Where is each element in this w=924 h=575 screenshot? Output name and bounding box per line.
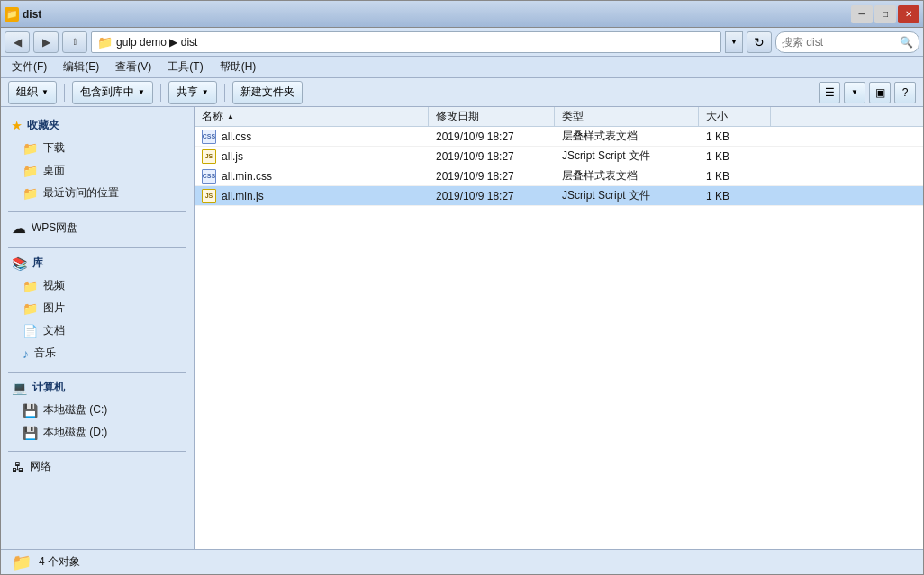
address-path[interactable]: 📁 gulp demo ▶ dist: [91, 31, 721, 53]
back-button[interactable]: ◀: [5, 31, 30, 53]
sidebar-item-drive-c[interactable]: 💾 本地磁盘 (C:): [1, 399, 194, 421]
file-size-cell: 1 KB: [699, 130, 771, 143]
wps-icon: ☁: [12, 220, 26, 237]
menu-view[interactable]: 查看(V): [108, 58, 159, 76]
view-dropdown-button[interactable]: ▼: [844, 82, 865, 103]
table-row[interactable]: CSS all.min.css 2019/10/9 18:27 层叠样式表文档 …: [195, 166, 923, 186]
view-details-button[interactable]: ☰: [819, 82, 840, 103]
folder-icon: 📄: [23, 324, 38, 338]
sidebar-divider-4: [8, 451, 186, 452]
titlebar: 📁 dist ─ □ ✕: [1, 1, 923, 28]
sidebar-section-wps: ☁ WPS网盘: [1, 216, 194, 240]
sidebar-library-header: 📚 库: [1, 252, 194, 274]
sidebar-item-label: 最近访问的位置: [43, 185, 119, 201]
share-button[interactable]: 共享 ▼: [168, 81, 217, 104]
menu-tools[interactable]: 工具(T): [160, 58, 210, 76]
file-name: all.min.css: [222, 170, 272, 183]
close-button[interactable]: ✕: [898, 5, 919, 23]
explorer-window: 📁 dist ─ □ ✕ ◀ ▶ ⇧ 📁 gulp demo ▶ dist ▼ …: [0, 0, 924, 575]
folder-icon: 📁: [23, 141, 38, 156]
music-icon: ♪: [23, 346, 29, 361]
folder-icon: 📁: [23, 279, 38, 293]
file-size-cell: 1 KB: [699, 170, 771, 183]
col-header-type[interactable]: 类型: [555, 107, 699, 126]
menubar: 文件(F) 编辑(E) 查看(V) 工具(T) 帮助(H): [1, 57, 923, 78]
file-name-cell: CSS all.css: [195, 130, 429, 144]
sidebar-item-recent[interactable]: 📁 最近访问的位置: [1, 182, 194, 204]
sidebar-item-downloads[interactable]: 📁 下载: [1, 137, 194, 159]
col-size-label: 大小: [706, 109, 728, 124]
folder-icon: 📁: [23, 301, 38, 316]
new-folder-label: 新建文件夹: [240, 85, 294, 100]
table-row[interactable]: CSS all.css 2019/10/9 18:27 层叠样式表文档 1 KB: [195, 127, 923, 147]
share-label: 共享: [177, 85, 198, 100]
sidebar-item-documents[interactable]: 📄 文档: [1, 319, 194, 342]
menu-file[interactable]: 文件(F): [5, 58, 54, 76]
file-name: all.js: [222, 150, 243, 163]
path-folder-icon: 📁: [97, 35, 113, 49]
file-date-cell: 2019/10/9 18:27: [429, 170, 555, 183]
sidebar-item-video[interactable]: 📁 视频: [1, 274, 194, 297]
forward-button[interactable]: ▶: [33, 31, 59, 53]
path-text: gulp demo ▶ dist: [116, 36, 197, 49]
status-count: 4 个对象: [39, 554, 80, 570]
sidebar-item-desktop[interactable]: 📁 桌面: [1, 159, 194, 182]
include-label: 包含到库中: [80, 85, 134, 100]
share-dropdown-arrow: ▼: [202, 88, 209, 96]
file-type-cell: 层叠样式表文档: [555, 129, 699, 144]
addressbar: ◀ ▶ ⇧ 📁 gulp demo ▶ dist ▼ ↻ 🔍: [1, 28, 923, 57]
titlebar-left: 📁 dist: [5, 7, 41, 22]
menu-edit[interactable]: 编辑(E): [56, 58, 106, 76]
organize-button[interactable]: 组织 ▼: [8, 81, 57, 104]
file-name-cell: CSS all.min.css: [195, 169, 429, 184]
sidebar-item-network[interactable]: 🖧 网络: [1, 455, 194, 478]
table-row[interactable]: JS all.min.js 2019/10/9 18:27 JScript Sc…: [195, 186, 923, 206]
menu-help[interactable]: 帮助(H): [213, 58, 264, 76]
toolbar-right: ☰ ▼ ▣ ?: [819, 82, 916, 103]
refresh-button[interactable]: ↻: [747, 31, 772, 53]
sidebar-item-label: 本地磁盘 (C:): [43, 402, 107, 418]
col-date-label: 修改日期: [436, 109, 479, 124]
window-title: dist: [23, 8, 41, 21]
search-input[interactable]: [782, 36, 896, 49]
sidebar-item-label: 音乐: [34, 346, 56, 361]
file-date-cell: 2019/10/9 18:27: [429, 130, 555, 143]
toolbar-separator-1: [64, 84, 65, 102]
include-dropdown-arrow: ▼: [138, 88, 145, 96]
wps-label: WPS网盘: [32, 220, 77, 236]
toolbar: 组织 ▼ 包含到库中 ▼ 共享 ▼ 新建文件夹 ☰ ▼ ▣ ?: [1, 78, 923, 107]
main-area: ★ 收藏夹 📁 下载 📁 桌面 📁 最近访问的位置: [1, 107, 923, 549]
help-button[interactable]: ?: [894, 82, 916, 103]
col-header-name[interactable]: 名称 ▲: [195, 107, 429, 126]
maximize-button[interactable]: □: [874, 5, 896, 23]
sidebar-section-network: 🖧 网络: [1, 455, 194, 478]
address-dropdown[interactable]: ▼: [725, 31, 743, 53]
network-icon: 🖧: [12, 460, 24, 474]
file-icon: CSS: [202, 130, 216, 144]
sidebar-section-computer: 💻 计算机 💾 本地磁盘 (C:) 💾 本地磁盘 (D:): [1, 376, 194, 444]
sidebar-item-wps[interactable]: ☁ WPS网盘: [1, 216, 194, 240]
file-date-cell: 2019/10/9 18:27: [429, 190, 555, 202]
organize-dropdown-arrow: ▼: [41, 88, 49, 96]
file-size-cell: 1 KB: [699, 150, 771, 163]
sidebar-divider-3: [8, 372, 186, 373]
sidebar-item-drive-d[interactable]: 💾 本地磁盘 (D:): [1, 421, 194, 444]
window-icon: 📁: [5, 7, 19, 22]
col-header-size[interactable]: 大小: [699, 107, 771, 126]
include-library-button[interactable]: 包含到库中 ▼: [72, 81, 153, 104]
table-row[interactable]: JS all.js 2019/10/9 18:27 JScript Script…: [195, 147, 923, 166]
file-rows-container: CSS all.css 2019/10/9 18:27 层叠样式表文档 1 KB…: [195, 127, 923, 206]
search-box: 🔍: [775, 31, 919, 53]
minimize-button[interactable]: ─: [851, 5, 873, 23]
drive-icon: 💾: [23, 403, 38, 418]
sidebar-item-music[interactable]: ♪ 音乐: [1, 342, 194, 364]
sidebar-item-pictures[interactable]: 📁 图片: [1, 297, 194, 319]
up-button[interactable]: ⇧: [62, 31, 87, 53]
new-folder-button[interactable]: 新建文件夹: [232, 81, 303, 104]
star-icon: ★: [12, 120, 22, 132]
col-header-date[interactable]: 修改日期: [429, 107, 555, 126]
col-name-label: 名称: [202, 109, 223, 124]
sidebar-item-label: 本地磁盘 (D:): [43, 425, 107, 440]
preview-pane-button[interactable]: ▣: [869, 82, 891, 103]
sidebar-item-label: 视频: [43, 278, 65, 293]
